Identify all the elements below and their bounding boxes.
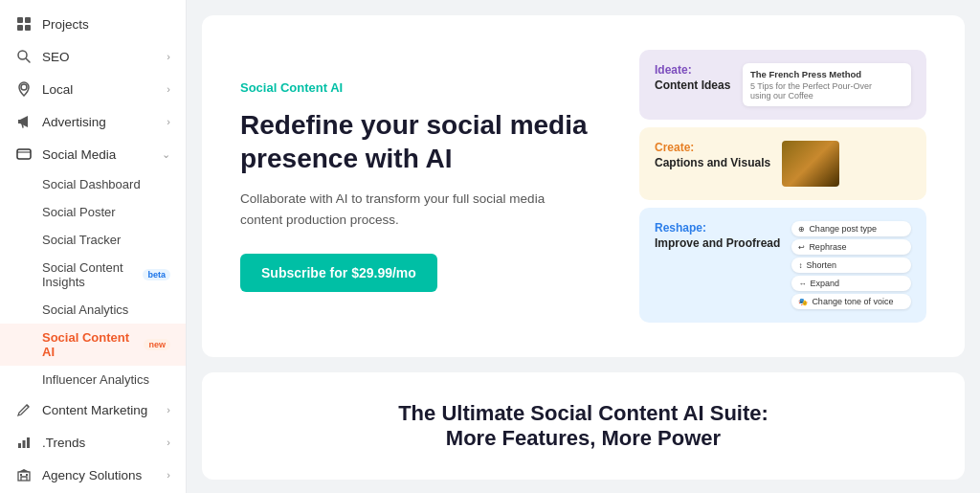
mock-card-ideate: The French Press Method 5 Tips for the P… (743, 63, 911, 106)
hero-description: Collaborate with AI to transform your fu… (240, 189, 546, 230)
svg-rect-9 (23, 440, 26, 448)
feature-card-reshape: Reshape: Improve and Proofread ⊕ Change … (639, 208, 926, 323)
reshape-label: Reshape: Improve and Proofread (655, 221, 780, 252)
feature-card-create: Create: Captions and Visuals (639, 127, 926, 200)
sidebar-top-nav: Projects SEO › Local › (0, 0, 186, 493)
reshape-content: ⊕ Change post type ↩ Rephrase ↕ Shorten (791, 221, 911, 309)
feature-card-ideate: Ideate: Content Ideas The French Press M… (639, 50, 926, 120)
sidebar-item-influencer-analytics[interactable]: Influencer Analytics (0, 366, 186, 393)
location-icon (15, 80, 33, 98)
sidebar-item-social-dashboard-label: Social Dashboard (42, 177, 141, 191)
search-icon (15, 48, 33, 65)
sidebar-item-agency-solutions[interactable]: Agency Solutions › (0, 459, 186, 491)
bar-chart-icon (15, 434, 33, 451)
grid-icon (15, 15, 33, 33)
sidebar-item-seo[interactable]: SEO › (0, 40, 186, 73)
chevron-right-icon: › (167, 469, 170, 481)
sidebar-item-social-media[interactable]: Social Media ⌄ (0, 138, 186, 170)
reshape-sublabel: Improve and Proofread (655, 236, 780, 252)
chevron-right-icon: › (167, 83, 170, 95)
hero-title: Redefine your social media presence with… (240, 108, 601, 175)
mock-image-bottle (782, 141, 839, 187)
sidebar-item-trends[interactable]: .Trends › (0, 426, 186, 459)
pill-label: Change post type (809, 224, 877, 234)
mock-pills: ⊕ Change post type ↩ Rephrase ↕ Shorten (791, 221, 911, 309)
mock-card-sub2: using our Coffee (750, 91, 903, 101)
pill-label: Expand (810, 279, 839, 288)
sidebar-item-seo-label: SEO (42, 50, 70, 64)
pill-icon: ↕ (798, 261, 802, 270)
sidebar-item-advertising[interactable]: Advertising › (0, 105, 186, 138)
svg-rect-10 (27, 437, 30, 448)
svg-rect-1 (25, 17, 31, 23)
subscribe-button[interactable]: Subscribe for $29.99/mo (240, 254, 437, 292)
chevron-right-icon: › (167, 51, 170, 62)
sidebar-item-social-content-insights-label: Social Content Insights (42, 260, 137, 289)
sidebar: Projects SEO › Local › (0, 0, 187, 493)
chevron-right-icon: › (167, 116, 170, 127)
pill-shorten: ↕ Shorten (791, 258, 911, 273)
pen-icon (15, 401, 33, 418)
hero-tag: Social Content AI (240, 80, 601, 95)
svg-rect-7 (17, 149, 31, 159)
main-content: Social Content AI Redefine your social m… (187, 0, 980, 493)
hero-right: Ideate: Content Ideas The French Press M… (639, 50, 926, 323)
chevron-down-icon: ⌄ (162, 148, 170, 161)
sidebar-item-social-media-label: Social Media (42, 147, 116, 162)
bottom-section: The Ultimate Social Content AI Suite: Mo… (202, 372, 965, 480)
pill-label: Change tone of voice (812, 297, 893, 306)
sidebar-item-social-poster-label: Social Poster (42, 205, 116, 219)
pill-expand: ↔ Expand (791, 276, 911, 291)
sidebar-item-local[interactable]: Local › (0, 73, 186, 105)
hero-card: Social Content AI Redefine your social m… (202, 15, 965, 357)
chevron-right-icon: › (167, 437, 170, 448)
pill-label: Shorten (806, 260, 836, 270)
ideate-content: The French Press Method 5 Tips for the P… (743, 63, 911, 106)
sidebar-item-social-poster[interactable]: Social Poster (0, 198, 186, 226)
mock-card-title: The French Press Method (750, 69, 903, 79)
sidebar-item-local-label: Local (42, 82, 73, 97)
ideate-sublabel: Content Ideas (655, 78, 731, 94)
sidebar-item-content-marketing[interactable]: Content Marketing › (0, 393, 186, 426)
sidebar-item-social-tracker-label: Social Tracker (42, 233, 121, 247)
ideate-tag: Ideate: (655, 63, 731, 77)
svg-rect-3 (25, 25, 31, 31)
sidebar-item-social-content-insights[interactable]: Social Content Insights beta (0, 254, 186, 296)
create-label: Create: Captions and Visuals (655, 141, 770, 171)
sidebar-item-projects-label: Projects (42, 17, 89, 32)
social-icon (15, 146, 33, 163)
sidebar-item-social-dashboard[interactable]: Social Dashboard (0, 170, 186, 198)
pill-change-tone: 🎭 Change tone of voice (791, 294, 911, 309)
sidebar-item-social-analytics[interactable]: Social Analytics (0, 296, 186, 324)
sidebar-item-projects[interactable]: Projects (0, 8, 186, 40)
svg-rect-0 (17, 17, 23, 23)
pill-icon: ↩ (798, 243, 805, 252)
megaphone-icon (15, 113, 33, 130)
building-icon (15, 466, 33, 483)
hero-left: Social Content AI Redefine your social m… (240, 80, 601, 291)
pill-icon: ↔ (798, 280, 806, 288)
sidebar-item-social-content-ai-label: Social Content AI (42, 330, 138, 359)
sidebar-item-social-tracker[interactable]: Social Tracker (0, 226, 186, 254)
svg-point-4 (18, 51, 27, 59)
social-media-subnav: Social Dashboard Social Poster Social Tr… (0, 170, 186, 393)
svg-point-6 (21, 84, 27, 90)
pill-icon: ⊕ (798, 225, 805, 234)
create-sublabel: Captions and Visuals (655, 156, 770, 171)
svg-line-5 (27, 59, 31, 63)
reshape-tag: Reshape: (655, 221, 780, 235)
sidebar-item-social-content-ai[interactable]: Social Content AI new (0, 324, 186, 366)
svg-rect-8 (18, 443, 21, 448)
pill-rephrase: ↩ Rephrase (791, 239, 911, 255)
svg-rect-13 (26, 474, 28, 476)
sidebar-item-influencer-analytics-label: Influencer Analytics (42, 372, 149, 387)
create-tag: Create: (655, 141, 770, 154)
beta-badge: beta (143, 269, 170, 280)
svg-rect-2 (17, 25, 23, 31)
sidebar-item-agency-solutions-label: Agency Solutions (42, 468, 142, 482)
pill-label: Rephrase (809, 242, 846, 252)
new-badge: new (144, 339, 170, 350)
pill-change-post-type: ⊕ Change post type (791, 221, 911, 236)
sidebar-item-content-marketing-label: Content Marketing (42, 403, 147, 417)
sidebar-item-advertising-label: Advertising (42, 115, 106, 129)
